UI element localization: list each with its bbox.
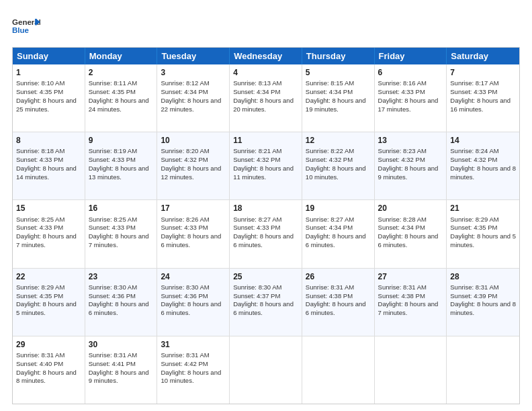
day-number: 15 [16,203,81,214]
day-number: 6 [378,67,443,78]
daylight-label: Daylight: 8 hours and 6 minutes. [233,232,294,248]
sunrise-label: Sunrise: 8:27 AM [306,216,354,223]
day-cell-30: 30Sunrise: 8:31 AMSunset: 4:41 PMDayligh… [85,336,158,404]
sunrise-label: Sunrise: 8:28 AM [378,216,427,223]
day-number: 1 [16,67,81,78]
day-cell-18: 18Sunrise: 8:27 AMSunset: 4:33 PMDayligh… [230,200,302,267]
header-thursday: Thursday [302,48,375,64]
sunrise-label: Sunrise: 8:31 AM [450,283,498,291]
sunset-label: Sunset: 4:32 PM [306,156,353,163]
sunset-label: Sunset: 4:33 PM [161,224,208,231]
sunset-label: Sunset: 4:35 PM [16,88,63,95]
sunset-label: Sunset: 4:34 PM [233,88,280,95]
day-cell-20: 20Sunrise: 8:28 AMSunset: 4:34 PMDayligh… [375,200,447,267]
sunset-label: Sunset: 4:42 PM [161,360,208,367]
day-number: 10 [161,135,226,146]
sunrise-label: Sunrise: 8:31 AM [89,351,137,359]
day-number: 30 [89,339,154,350]
day-cell-11: 11Sunrise: 8:21 AMSunset: 4:32 PMDayligh… [230,132,302,199]
sunrise-label: Sunrise: 8:15 AM [306,79,354,87]
sunset-label: Sunset: 4:36 PM [89,292,136,300]
day-number: 14 [450,135,516,146]
day-cell-21: 21Sunrise: 8:29 AMSunset: 4:35 PMDayligh… [447,200,519,267]
daylight-label: Daylight: 8 hours and 5 minutes. [450,232,516,248]
sunset-label: Sunset: 4:33 PM [89,224,136,231]
sunrise-label: Sunrise: 8:13 AM [233,79,281,87]
day-number: 7 [450,67,516,78]
day-number: 20 [378,203,443,214]
logo: General Blue [12,12,40,40]
daylight-label: Daylight: 8 hours and 25 minutes. [16,97,77,113]
header-tuesday: Tuesday [157,48,230,64]
calendar-row-3: 15Sunrise: 8:25 AMSunset: 4:33 PMDayligh… [13,199,519,267]
day-number: 23 [89,271,154,282]
daylight-label: Daylight: 8 hours and 5 minutes. [16,300,77,316]
daylight-label: Daylight: 8 hours and 6 minutes. [306,232,366,248]
sunrise-label: Sunrise: 8:30 AM [161,283,209,291]
daylight-label: Daylight: 8 hours and 6 minutes. [233,300,294,316]
day-cell-14: 14Sunrise: 8:24 AMSunset: 4:32 PMDayligh… [447,132,519,199]
day-cell-3: 3Sunrise: 8:12 AMSunset: 4:34 PMDaylight… [157,64,230,132]
daylight-label: Daylight: 8 hours and 12 minutes. [161,165,221,181]
sunrise-label: Sunrise: 8:10 AM [16,79,64,87]
daylight-label: Daylight: 8 hours and 19 minutes. [306,97,366,113]
sunrise-label: Sunrise: 8:23 AM [378,147,427,154]
sunset-label: Sunset: 4:34 PM [306,88,353,95]
sunset-label: Sunset: 4:34 PM [306,224,353,231]
sunrise-label: Sunrise: 8:20 AM [161,147,209,154]
daylight-label: Daylight: 8 hours and 7 minutes. [378,300,439,316]
day-number: 22 [16,271,81,282]
daylight-label: Daylight: 8 hours and 7 minutes. [89,232,149,248]
daylight-label: Daylight: 8 hours and 8 minutes. [16,369,77,385]
header-monday: Monday [85,48,158,64]
page-header: General Blue [12,12,520,40]
daylight-label: Daylight: 8 hours and 20 minutes. [233,97,294,113]
header-wednesday: Wednesday [230,48,302,64]
daylight-label: Daylight: 8 hours and 8 minutes. [450,300,516,316]
sunset-label: Sunset: 4:35 PM [16,292,63,300]
sunset-label: Sunset: 4:33 PM [378,88,425,95]
day-number: 2 [89,67,154,78]
sunset-label: Sunset: 4:32 PM [233,156,280,163]
sunrise-label: Sunrise: 8:31 AM [16,351,64,359]
empty-cell-r4-c6 [447,336,519,404]
daylight-label: Daylight: 8 hours and 6 minutes. [161,300,221,316]
day-cell-26: 26Sunrise: 8:31 AMSunset: 4:38 PMDayligh… [302,269,375,336]
day-number: 5 [306,67,371,78]
empty-cell-r4-c3 [230,336,302,404]
sunrise-label: Sunrise: 8:29 AM [16,283,64,291]
sunrise-label: Sunrise: 8:11 AM [89,79,137,87]
day-cell-15: 15Sunrise: 8:25 AMSunset: 4:33 PMDayligh… [13,200,85,267]
daylight-label: Daylight: 8 hours and 10 minutes. [161,369,221,385]
sunset-label: Sunset: 4:34 PM [161,88,208,95]
day-number: 24 [161,271,226,282]
sunset-label: Sunset: 4:36 PM [161,292,208,300]
day-cell-2: 2Sunrise: 8:11 AMSunset: 4:35 PMDaylight… [85,64,158,132]
day-cell-27: 27Sunrise: 8:31 AMSunset: 4:38 PMDayligh… [375,269,447,336]
day-number: 29 [16,339,81,350]
day-number: 19 [306,203,371,214]
sunset-label: Sunset: 4:32 PM [450,156,497,163]
daylight-label: Daylight: 8 hours and 6 minutes. [89,300,149,316]
sunset-label: Sunset: 4:40 PM [16,360,63,367]
sunrise-label: Sunrise: 8:31 AM [378,283,427,291]
day-number: 17 [161,203,226,214]
day-number: 28 [450,271,516,282]
daylight-label: Daylight: 8 hours and 17 minutes. [378,97,439,113]
calendar-row-4: 22Sunrise: 8:29 AMSunset: 4:35 PMDayligh… [13,268,519,336]
day-cell-10: 10Sunrise: 8:20 AMSunset: 4:32 PMDayligh… [157,132,230,199]
day-cell-8: 8Sunrise: 8:18 AMSunset: 4:33 PMDaylight… [13,132,85,199]
day-cell-16: 16Sunrise: 8:25 AMSunset: 4:33 PMDayligh… [85,200,158,267]
sunrise-label: Sunrise: 8:25 AM [89,216,137,223]
daylight-label: Daylight: 8 hours and 24 minutes. [89,97,149,113]
sunrise-label: Sunrise: 8:19 AM [89,147,137,154]
day-number: 8 [16,135,81,146]
day-number: 25 [233,271,298,282]
sunset-label: Sunset: 4:33 PM [16,156,63,163]
svg-text:Blue: Blue [12,26,30,34]
day-number: 4 [233,67,298,78]
empty-cell-r4-c5 [375,336,447,404]
daylight-label: Daylight: 8 hours and 6 minutes. [378,232,439,248]
day-cell-24: 24Sunrise: 8:30 AMSunset: 4:36 PMDayligh… [157,269,230,336]
day-number: 18 [233,203,298,214]
